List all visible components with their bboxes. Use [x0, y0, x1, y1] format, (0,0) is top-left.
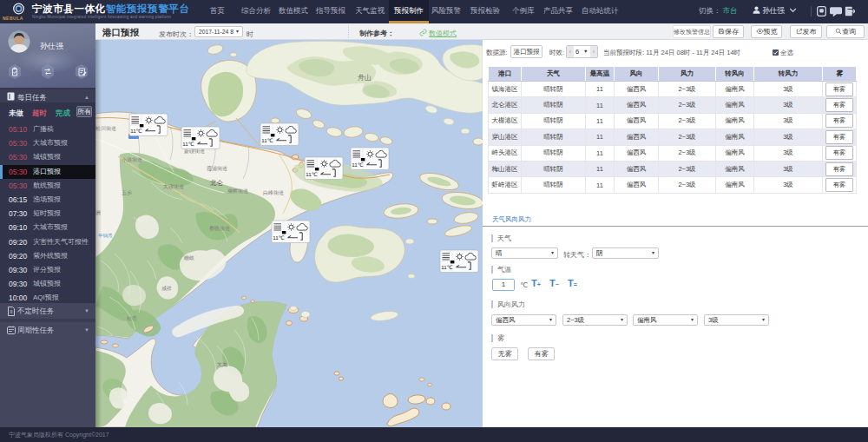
svg-text:咸祥: 咸祥 — [161, 286, 172, 291]
svg-text:柴桥街道: 柴桥街道 — [227, 188, 248, 195]
svg-text:小港街道: 小港街道 — [122, 157, 142, 163]
svg-text:松岙: 松岙 — [127, 315, 137, 321]
svg-text:瞻岐: 瞻岐 — [184, 255, 194, 261]
svg-text:春晓街道: 春晓街道 — [209, 226, 230, 232]
svg-text:霞浦街道: 霞浦街道 — [207, 165, 227, 172]
svg-text:白峰街道: 白峰街道 — [263, 190, 284, 196]
svg-text:北仑: 北仑 — [210, 179, 224, 187]
svg-text:大嵩: 大嵩 — [217, 361, 227, 367]
svg-text:大碶街道: 大碶街道 — [163, 183, 184, 190]
svg-text:五乡: 五乡 — [122, 190, 132, 195]
svg-text:舟山: 舟山 — [358, 74, 372, 82]
